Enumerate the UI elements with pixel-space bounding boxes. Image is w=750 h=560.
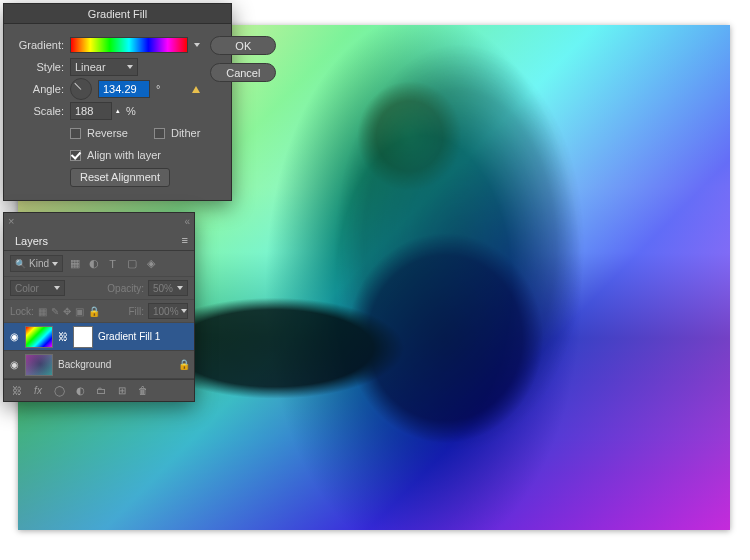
lock-all-icon[interactable]: 🔒: [88, 306, 100, 317]
new-layer-icon[interactable]: ⊞: [115, 385, 129, 396]
lock-paint-icon[interactable]: ✎: [51, 306, 59, 317]
scale-label: Scale:: [12, 105, 64, 117]
opacity-label: Opacity:: [107, 283, 144, 294]
cancel-button[interactable]: Cancel: [210, 63, 276, 82]
dither-checkbox[interactable]: [154, 128, 165, 139]
link-layers-icon[interactable]: ⛓: [10, 385, 24, 396]
visibility-icon[interactable]: ◉: [8, 331, 20, 342]
gradient-dropdown-icon[interactable]: [194, 43, 200, 47]
dialog-title: Gradient Fill: [4, 4, 231, 24]
tab-layers[interactable]: Layers: [7, 232, 56, 250]
filter-kind-select[interactable]: 🔍 Kind: [10, 255, 63, 272]
reverse-label: Reverse: [87, 127, 128, 139]
filter-shape-icon[interactable]: ▢: [124, 257, 139, 271]
fill-label: Fill:: [128, 306, 144, 317]
layer-list: ◉ ⛓ Gradient Fill 1 ◉ Background 🔒: [4, 323, 194, 379]
gradient-swatch[interactable]: [70, 37, 188, 53]
trash-icon[interactable]: 🗑: [136, 385, 150, 396]
opacity-value: 50%: [153, 283, 173, 294]
blend-mode-select[interactable]: Color: [10, 280, 65, 296]
lock-transparency-icon[interactable]: ▦: [38, 306, 47, 317]
fill-input[interactable]: 100%: [148, 303, 188, 319]
angle-label: Angle:: [12, 83, 64, 95]
align-label: Align with layer: [87, 149, 161, 161]
layer-filter-row: 🔍 Kind ▦ ◐ T ▢ ◈: [4, 251, 194, 277]
fill-value: 100%: [153, 306, 179, 317]
mask-thumbnail[interactable]: [73, 326, 93, 348]
filter-smart-icon[interactable]: ◈: [143, 257, 158, 271]
align-checkbox[interactable]: [70, 150, 81, 161]
chevron-down-icon: [177, 286, 183, 290]
gradient-label: Gradient:: [12, 39, 64, 51]
scale-unit: %: [126, 105, 136, 117]
panel-menu-icon[interactable]: ≡: [176, 230, 194, 250]
filter-pixel-icon[interactable]: ▦: [67, 257, 82, 271]
search-icon: 🔍: [15, 259, 26, 269]
angle-input[interactable]: 134.29: [98, 80, 150, 98]
collapse-icon[interactable]: «: [184, 216, 190, 227]
filter-type-icon[interactable]: T: [105, 257, 120, 271]
fill-layer-icon[interactable]: ◐: [73, 385, 87, 396]
layer-name[interactable]: Gradient Fill 1: [98, 331, 160, 342]
opacity-input[interactable]: 50%: [148, 280, 188, 296]
filter-kind-label: Kind: [29, 258, 49, 269]
lock-move-icon[interactable]: ✥: [63, 306, 71, 317]
gradient-fill-dialog: Gradient Fill Gradient: Style: Linear An…: [3, 3, 232, 201]
group-icon[interactable]: 🗀: [94, 385, 108, 396]
chevron-down-icon: [54, 286, 60, 290]
ok-button[interactable]: OK: [210, 36, 276, 55]
mask-icon[interactable]: ◯: [52, 385, 66, 396]
lock-artboard-icon[interactable]: ▣: [75, 306, 84, 317]
fx-icon[interactable]: fx: [31, 385, 45, 396]
mask-link-icon[interactable]: ⛓: [58, 331, 68, 342]
style-select[interactable]: Linear: [70, 58, 138, 76]
lock-icon: 🔒: [178, 359, 190, 370]
angle-suffix: °: [156, 83, 160, 95]
layers-footer: ⛓ fx ◯ ◐ 🗀 ⊞ 🗑: [4, 379, 194, 401]
layer-name[interactable]: Background: [58, 359, 111, 370]
close-icon[interactable]: ×: [8, 215, 14, 227]
layer-thumbnail[interactable]: [25, 326, 53, 348]
filter-adjust-icon[interactable]: ◐: [86, 257, 101, 271]
chevron-down-icon: [127, 65, 133, 69]
chevron-up-icon: ▴: [116, 108, 120, 113]
visibility-icon[interactable]: ◉: [8, 359, 20, 370]
angle-dial[interactable]: [70, 78, 92, 100]
blend-mode-value: Color: [15, 283, 39, 294]
layer-row[interactable]: ◉ Background 🔒: [4, 351, 194, 379]
dither-label: Dither: [171, 127, 200, 139]
alert-icon: [192, 86, 200, 93]
layer-thumbnail[interactable]: [25, 354, 53, 376]
scale-stepper[interactable]: ▴: [116, 108, 120, 114]
lock-label: Lock:: [10, 306, 34, 317]
scale-input[interactable]: 188: [70, 102, 112, 120]
style-value: Linear: [75, 61, 106, 73]
layer-row[interactable]: ◉ ⛓ Gradient Fill 1: [4, 323, 194, 351]
reverse-checkbox[interactable]: [70, 128, 81, 139]
layers-panel: × « Layers ≡ 🔍 Kind ▦ ◐ T ▢ ◈ Color Opac…: [3, 212, 195, 402]
chevron-down-icon: [52, 262, 58, 266]
reset-alignment-button[interactable]: Reset Alignment: [70, 168, 170, 187]
chevron-down-icon: [181, 309, 187, 313]
style-label: Style:: [12, 61, 64, 73]
